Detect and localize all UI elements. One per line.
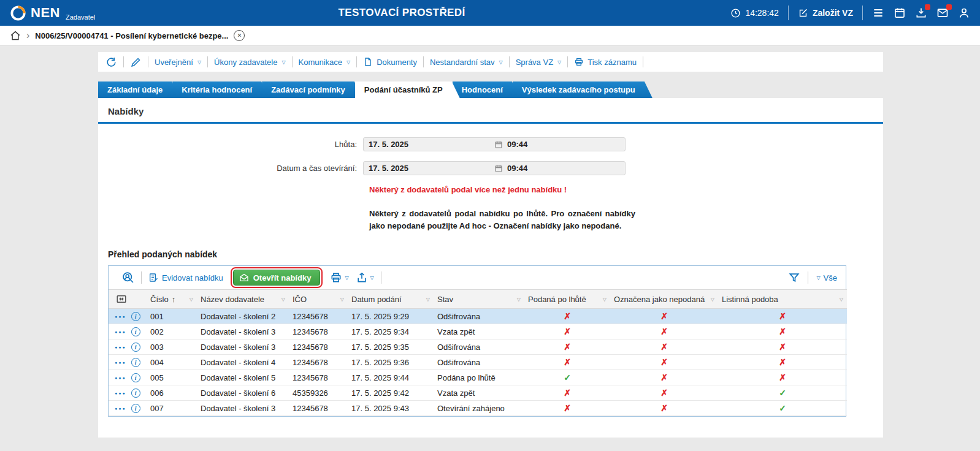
table-row[interactable]: ●●●i007Dodavatel - školení 31234567817. … (109, 401, 847, 416)
cell-status: Otevírání zahájeno (434, 401, 524, 416)
info-icon[interactable]: i (131, 388, 140, 398)
cell-supplier: Dodavatel - školení 3 (197, 339, 289, 355)
table-row[interactable]: ●●●i004Dodavatel - školení 41234567817. … (109, 355, 847, 370)
column-header[interactable]: Stav▽ (434, 290, 524, 309)
cell-ico: 12345678 (289, 370, 348, 385)
separator (292, 56, 293, 67)
calendar-icon[interactable] (894, 7, 906, 19)
search-supplier-icon[interactable] (122, 271, 134, 284)
filter-caret-icon[interactable]: ▽ (840, 297, 843, 302)
info-icon[interactable]: i (131, 343, 140, 352)
column-header[interactable]: Označena jako nepodaná▽ (610, 290, 718, 309)
column-settings-header[interactable] (109, 290, 147, 309)
table-row[interactable]: ●●●i006Dodavatel - školení 64535932617. … (109, 385, 847, 401)
calendar-icon[interactable] (494, 164, 503, 173)
printer-icon (330, 271, 342, 284)
table-row[interactable]: ●●●i001Dodavatel - školení 21234567817. … (109, 309, 847, 324)
tab-4[interactable]: Podání účastníků ZP (355, 81, 460, 98)
page-title: Nabídky (98, 98, 883, 122)
tab-2[interactable]: Kritéria hodnocení (172, 81, 269, 98)
toolbar-item[interactable]: Správa VZ▽ (516, 58, 562, 67)
opening-date-value[interactable]: 17. 5. 2025 (364, 164, 494, 173)
opening-time-value[interactable]: 09:44 (507, 164, 527, 173)
edit-icon[interactable] (130, 56, 142, 68)
create-vz-button[interactable]: Založit VZ (798, 8, 853, 18)
row-menu-icon[interactable]: ●●● (115, 330, 126, 334)
cell-ico: 12345678 (289, 339, 348, 355)
deadline-time-value[interactable]: 09:44 (507, 140, 527, 149)
offers-section-title: Přehled podaných nabídek (108, 249, 883, 259)
home-icon[interactable] (10, 30, 21, 41)
row-menu-icon[interactable]: ●●● (115, 314, 126, 319)
messages-icon[interactable] (936, 7, 949, 19)
info-icon[interactable]: i (131, 373, 140, 382)
filter-caret-icon[interactable]: ▽ (281, 297, 285, 302)
cell-podana_po_lhute: ✗ (524, 339, 610, 355)
info-icon[interactable]: i (131, 312, 140, 321)
filter-caret-icon[interactable]: ▽ (340, 297, 344, 302)
user-icon[interactable] (958, 7, 970, 19)
column-header-label: Název dodavatele (201, 295, 264, 304)
menu-icon[interactable] (872, 7, 884, 19)
topbar-actions: 14:28:42 Založit VZ (730, 6, 970, 20)
opening-datetime-field[interactable]: 17. 5. 2025 09:44 (363, 161, 626, 175)
row-menu-icon[interactable]: ●●● (115, 376, 126, 380)
tab-6[interactable]: Výsledek zadávacího postupu (513, 81, 653, 98)
table-row[interactable]: ●●●i002Dodavatel - školení 31234567817. … (109, 324, 847, 339)
toolbar-item[interactable]: Dokumenty (363, 57, 417, 67)
column-header[interactable]: Číslo↑▽ (147, 290, 197, 309)
cell-status: Vzata zpět (434, 385, 524, 401)
breadcrumb-item[interactable]: N006/25/V00004741 - Posílení kybernetick… (35, 31, 228, 40)
table-row[interactable]: ●●●i003Dodavatel - školení 31234567817. … (109, 339, 847, 355)
column-settings-icon[interactable] (116, 294, 127, 305)
toolbar-item[interactable]: Nestandardní stav▽ (430, 58, 503, 67)
column-header[interactable]: Listinná podoba▽ (718, 290, 847, 309)
history-icon[interactable] (105, 56, 117, 68)
topbar: NEN Zadavatel TESTOVACÍ PROSTŘEDÍ 14:28:… (0, 0, 980, 26)
row-menu-icon[interactable]: ●●● (115, 391, 126, 395)
column-header[interactable]: Datum podání▽ (348, 290, 434, 309)
cell-ico: 12345678 (289, 309, 348, 324)
tab-5[interactable]: Hodnocení (453, 81, 520, 98)
filter-caret-icon[interactable]: ▽ (426, 297, 430, 302)
toolbar-item-label: Úkony zadavatele (214, 58, 277, 67)
tab-3[interactable]: Zadávací podmínky (262, 81, 362, 98)
breadcrumb: › N006/25/V00004741 - Posílení kyberneti… (0, 26, 980, 46)
print-menu[interactable]: ▽ (330, 271, 348, 284)
close-icon[interactable]: ✕ (234, 30, 245, 41)
cell-oznacena_nepodana: ✗ (610, 324, 718, 339)
calendar-icon[interactable] (494, 140, 503, 149)
filter-caret-icon[interactable]: ▽ (603, 297, 607, 302)
row-menu-icon[interactable]: ●●● (115, 406, 126, 411)
tab-1[interactable]: Základní údaje (98, 81, 180, 98)
nen-home-link[interactable]: NEN Zadavatel (10, 5, 95, 21)
check-icon: ✓ (779, 403, 786, 413)
toolbar-item[interactable]: Komunikace▽ (299, 58, 351, 67)
open-offers-button[interactable]: Otevřít nabídky (233, 270, 321, 286)
cell-podana_po_lhute: ✓ (524, 370, 610, 385)
column-header[interactable]: Podaná po lhůtě▽ (524, 290, 610, 309)
filter-caret-icon[interactable]: ▽ (189, 297, 193, 302)
filter-icon[interactable] (788, 271, 800, 284)
toolbar-item[interactable]: Uveřejnění▽ (155, 58, 201, 67)
filter-caret-icon[interactable]: ▽ (517, 297, 521, 302)
column-header[interactable]: Název dodavatele▽ (197, 290, 289, 309)
column-header[interactable]: IČO▽ (289, 290, 348, 309)
row-menu-icon[interactable]: ●●● (115, 345, 126, 349)
toolbar-item[interactable]: Tisk záznamu (574, 57, 637, 67)
register-offer-button[interactable]: Evidovat nabídku (148, 273, 223, 282)
deadline-date-value[interactable]: 17. 5. 2025 (364, 140, 494, 149)
info-icon[interactable]: i (131, 358, 140, 367)
info-icon[interactable]: i (131, 327, 140, 336)
row-menu-icon[interactable]: ●●● (115, 360, 126, 365)
info-icon[interactable]: i (131, 404, 140, 413)
view-selector[interactable]: ▽ Vše (816, 273, 837, 282)
downloads-icon[interactable] (915, 7, 927, 19)
toolbar-item-label: Komunikace (299, 58, 343, 67)
cross-icon: ✗ (660, 403, 668, 413)
export-menu[interactable]: ▽ (356, 271, 374, 284)
deadline-datetime-field[interactable]: 17. 5. 2025 09:44 (363, 137, 626, 151)
filter-caret-icon[interactable]: ▽ (711, 297, 714, 302)
toolbar-item[interactable]: Úkony zadavatele▽ (214, 58, 286, 67)
table-row[interactable]: ●●●i005Dodavatel - školení 51234567817. … (109, 370, 847, 385)
